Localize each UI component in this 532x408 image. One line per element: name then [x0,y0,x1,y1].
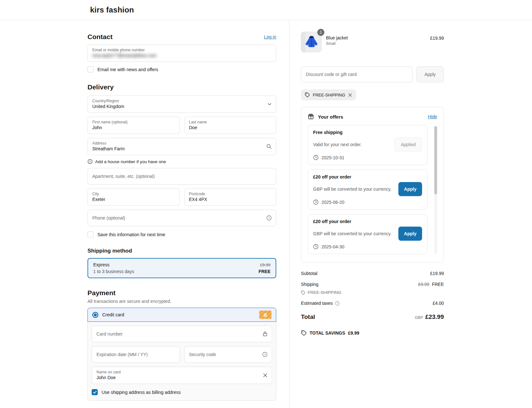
shipping-option-detail: 1 to 3 business days [93,269,134,274]
clear-icon[interactable] [263,373,268,378]
credit-card-label: Credit card [102,312,124,317]
apartment-placeholder: Apartment, suite, etc. (optional) [92,174,271,179]
country-select[interactable]: Country/Region United Kingdom [87,96,276,113]
payment-method-card: Credit card B Card number Expiration dat… [87,308,276,401]
security-code-placeholder: Security code [189,352,268,357]
contact-heading: Contact [87,33,112,41]
info-icon [87,159,93,164]
country-value: United Kingdom [92,104,271,110]
shipping-old-price: £9.99 [259,262,270,267]
order-summary-column: 1 Blue jacket Small £19.99 Discount code… [289,20,532,408]
question-icon[interactable]: ? [335,301,340,306]
credit-card-form: Card number Expiration date (MM / YY) Se… [87,322,276,401]
svg-text:?: ? [337,302,338,305]
your-offers-title: Your offers [318,114,343,120]
total-value: £23.99 [425,313,444,320]
credit-card-radio[interactable] [92,312,98,318]
discount-apply-button[interactable]: Apply [416,66,444,82]
offer-title: £20 off your order [313,219,422,224]
last-name-field[interactable]: Last name Doe [184,117,277,134]
svg-text:?: ? [264,353,266,356]
email-field[interactable]: Email or mobile phone number nina.taylor… [87,45,276,62]
subtotal-value: £19.99 [430,271,444,276]
country-label: Country/Region [92,99,271,104]
offer-title: £20 off your order [313,174,422,179]
shipping-value: FREE [432,282,444,287]
city-field[interactable]: City Exeter [87,188,180,206]
store-logo[interactable]: kirs fashion [90,5,134,14]
offer-title: Free shipping [313,130,422,135]
first-name-label: First name (optional) [92,120,175,125]
address-field[interactable]: Address Streatham Farm [87,138,276,155]
offer-expiry-date: 2025-06-20 [321,200,345,205]
security-code-field[interactable]: Security code ? [184,346,272,363]
checkout-form-column: Contact Log in Email or mobile phone num… [0,20,289,408]
remove-discount-icon[interactable] [348,93,352,97]
your-offers-panel: Your offers Hide Free shipping Valid for… [301,107,444,262]
payment-method-credit-card[interactable]: Credit card B [87,308,276,322]
clock-icon [313,199,319,205]
billing-address-checkbox[interactable] [92,389,98,395]
email-field-value: nina.taylor77@examplebox.com [92,53,271,59]
expiry-field[interactable]: Expiration date (MM / YY) [92,346,180,363]
tag-icon [301,330,307,336]
offer-apply-button[interactable]: Apply [398,182,422,196]
tag-icon [305,92,310,97]
phone-field[interactable]: Phone (optional) ? [87,210,276,226]
card-number-field[interactable]: Card number [92,326,272,342]
hide-offers-link[interactable]: Hide [428,114,437,119]
total-savings-row: TOTAL SAVINGS £9.99 [301,330,444,336]
offers-scroll-area[interactable]: Free shipping Valid for your next order.… [308,125,437,256]
offers-scrollbar-thumb[interactable] [434,126,437,194]
question-icon[interactable]: ? [266,215,272,221]
login-link[interactable]: Log in [264,34,276,39]
shipping-price: FREE [259,269,270,274]
question-icon[interactable]: ? [262,352,268,357]
news-offers-checkbox[interactable] [87,66,94,72]
last-name-value: Doe [189,125,272,131]
total-label: Total [301,313,315,321]
postcode-field[interactable]: Postcode EX4 4PX [184,188,277,206]
shipping-method-heading: Shipping method [87,248,276,254]
applied-discount-chips: FREE-SHIPPING [301,89,444,100]
offer-description: GBP will be converted to your currency. [313,231,395,236]
save-info-checkbox-row: Save this information for next time [87,231,276,237]
postcode-value: EX4 4PX [189,196,272,203]
product-variant: Small [326,41,426,46]
postcode-label: Postcode [189,192,272,196]
delivery-heading: Delivery [87,83,276,91]
offer-card: £20 off your order GBP will be converted… [308,170,428,210]
taxes-label: Estimated taxes [301,301,333,306]
bogus-gateway-icon: B [259,311,271,319]
shipping-option-express[interactable]: Express 1 to 3 business days £9.99 FREE [87,258,276,278]
gift-icon [308,113,314,120]
offer-apply-button[interactable]: Apply [398,227,422,241]
total-savings-value: £9.99 [348,330,359,336]
offer-applied-button: Applied [395,137,422,152]
subtotal-label: Subtotal [301,271,317,276]
offer-description: GBP will be converted to your currency. [313,187,395,192]
address-hint-text: Add a house number if you have one [95,159,166,164]
name-on-card-field[interactable]: Name on card John Doe [92,367,272,384]
save-info-checkbox[interactable] [87,231,94,237]
apartment-field[interactable]: Apartment, suite, etc. (optional) [87,168,276,185]
city-label: City [92,192,175,196]
offer-description: Valid for your next order. [313,142,391,147]
discount-chip-code: FREE-SHIPPING [313,93,345,97]
total-currency: GBP [415,315,423,320]
payment-subtitle: All transactions are secure and encrypte… [87,299,276,304]
city-value: Exeter [92,196,175,203]
shipping-old-value: £9.99 [418,282,429,287]
news-offers-checkbox-row: Email me with news and offers [87,66,276,72]
total-savings-label: TOTAL SAVINGS [310,330,345,336]
svg-text:?: ? [268,216,270,220]
first-name-field[interactable]: First name (optional) John [87,117,180,134]
name-on-card-label: Name on card [96,370,267,375]
offers-scrollbar[interactable] [434,126,437,254]
clock-icon [313,155,319,160]
cart-line-item: 1 Blue jacket Small £19.99 [301,32,444,52]
first-name-value: John [92,125,175,131]
lock-icon [262,331,268,337]
search-icon [266,144,272,149]
discount-code-input[interactable]: Discount code or gift card [301,66,412,82]
